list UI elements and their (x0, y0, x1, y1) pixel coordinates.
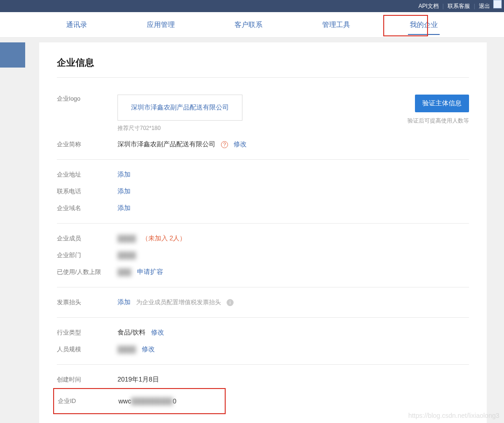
add-address-link[interactable]: 添加 (117, 171, 131, 179)
label-members: 企业成员 (57, 234, 117, 243)
company-id-suffix: 0 (173, 397, 177, 405)
help-icon[interactable]: ? (221, 141, 228, 148)
add-invoice-link[interactable]: 添加 (117, 298, 131, 307)
sidebar-stub (0, 42, 25, 68)
top-utility-bar: API文档 | 联系客服 | 退出 (0, 0, 504, 12)
departments-blurred: ████ (117, 252, 136, 259)
created-time-value: 2019年1月8日 (117, 375, 159, 384)
main-nav-tabs: 通讯录 应用管理 客户联系 管理工具 我的企业 (0, 12, 504, 38)
page-title: 企业信息 (57, 56, 469, 78)
label-phone: 联系电话 (57, 187, 117, 196)
tab-apps[interactable]: 应用管理 (145, 13, 177, 37)
members-pending-text: （未加入 2人） (142, 234, 186, 243)
tab-highlight-box (383, 15, 428, 36)
window-corner-decoration (493, 0, 502, 8)
company-id-blurred: █████████ (131, 397, 173, 405)
label-invoice: 发票抬头 (57, 298, 117, 307)
api-docs-link[interactable]: API文档 (418, 2, 438, 10)
verify-entity-button[interactable]: 验证主体信息 (415, 95, 469, 112)
watermark-text: https://blog.csdn.net/lixiaolong3 (408, 412, 499, 419)
modify-industry-link[interactable]: 修改 (151, 328, 164, 337)
tab-contacts[interactable]: 通讯录 (64, 13, 89, 37)
label-departments: 企业部门 (57, 251, 117, 259)
logout-link[interactable]: 退出 (479, 2, 490, 10)
members-count-blurred: ████ (117, 235, 136, 242)
separator: | (442, 3, 444, 9)
modify-scale-link[interactable]: 修改 (142, 345, 155, 354)
separator: | (474, 3, 475, 9)
contact-support-link[interactable]: 联系客服 (448, 2, 470, 10)
label-logo: 企业logo (57, 95, 117, 103)
used-limit-blurred: ███ (117, 268, 131, 276)
add-phone-link[interactable]: 添加 (117, 187, 131, 196)
modify-short-name-link[interactable]: 修改 (234, 140, 247, 149)
tab-tools[interactable]: 管理工具 (320, 13, 352, 37)
company-name-in-logo: 深圳市泽鑫农副产品配送有限公司 (131, 103, 229, 111)
label-domain: 企业域名 (57, 204, 117, 212)
industry-value: 食品/饮料 (117, 328, 145, 337)
add-domain-link[interactable]: 添加 (117, 204, 131, 212)
short-name-value: 深圳市泽鑫农副产品配送有限公司 (117, 140, 215, 149)
label-company-id: 企业ID (58, 397, 118, 405)
label-used-limit: 已使用/人数上限 (57, 268, 117, 276)
label-scale: 人员规模 (57, 345, 117, 354)
scale-blurred: ████ (117, 346, 136, 353)
label-created-time: 创建时间 (57, 375, 117, 384)
company-id-prefix: wwc (118, 397, 131, 405)
content-panel: 企业信息 企业logo 深圳市泽鑫农副产品配送有限公司 推荐尺寸702*180 … (39, 42, 487, 423)
apply-expand-link[interactable]: 申请扩容 (137, 268, 163, 276)
tab-customer[interactable]: 客户联系 (233, 13, 264, 37)
logo-size-hint: 推荐尺寸702*180 (117, 124, 242, 132)
info-icon[interactable]: i (227, 299, 234, 306)
label-short-name: 企业简称 (57, 140, 117, 149)
company-logo-box[interactable]: 深圳市泽鑫农副产品配送有限公司 (117, 95, 242, 121)
company-id-highlight-box: 企业ID wwc █████████ 0 (53, 388, 226, 414)
verify-hint-text: 验证后可提高使用人数等 (407, 117, 469, 125)
label-industry: 行业类型 (57, 328, 117, 337)
label-address: 企业地址 (57, 171, 117, 179)
invoice-hint: 为企业成员配置增值税发票抬头 (136, 298, 221, 307)
